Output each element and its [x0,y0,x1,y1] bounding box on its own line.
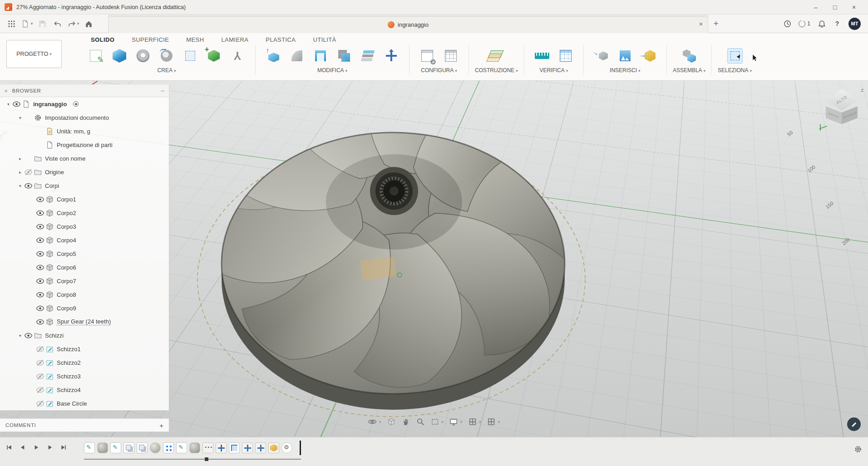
help-button[interactable]: ? [830,16,844,31]
tree-item-ingranaggio[interactable]: ▾ingranaggio [0,97,169,111]
ribbon-group-label[interactable]: VERIFICA▾ [539,67,568,74]
revolve-icon[interactable] [135,48,151,64]
timeline-item-move[interactable] [255,442,266,453]
new-tab-button[interactable]: + [709,16,723,31]
tree-expand-arrow[interactable]: ▸ [16,156,24,161]
bell-icon[interactable] [815,16,829,31]
visibility-eye-icon[interactable] [36,250,44,258]
minimize-button[interactable]: – [806,0,825,14]
close-tab-button[interactable]: × [699,20,703,28]
redo-button[interactable]: ▾ [66,16,80,31]
visibility-eye-off-icon[interactable] [36,358,44,367]
ribbon-group-label[interactable]: ASSEMBLA▾ [673,67,705,74]
visibility-eye-icon[interactable] [36,318,44,326]
minimize-panel-icon[interactable]: – [161,87,164,94]
tree-expand-arrow[interactable]: ▾ [16,115,24,120]
look-at-button[interactable] [387,417,395,426]
tree-item-corpo9[interactable]: Corpo9 [0,301,169,315]
visibility-eye-icon[interactable] [36,277,44,285]
activate-document-radio[interactable] [73,101,79,107]
grid-settings-button[interactable]: ▾ [468,417,481,426]
view-cube[interactable]: ALTO SINISTRA ANTERIORE Z [822,88,862,130]
visibility-eye-icon[interactable] [36,195,44,204]
interference-icon[interactable] [558,48,573,64]
canvas-icon[interactable] [617,48,633,64]
comments-panel[interactable]: COMMENTI + [0,418,169,432]
file-menu-button[interactable]: ▾ [20,16,34,31]
import-mesh-icon[interactable] [641,48,656,64]
timeline-item-dots[interactable] [202,442,213,453]
job-status-button[interactable] [780,16,794,31]
move-icon[interactable] [384,48,399,64]
step-forward-button[interactable] [44,442,55,454]
visibility-eye-icon[interactable] [36,290,44,299]
timeline-item-sketch[interactable] [110,442,121,453]
shell-icon[interactable] [313,48,328,64]
tree-item-impostazioni-documento[interactable]: ▾Impostazioni documento [0,111,169,124]
undo-button[interactable] [51,16,64,31]
tree-item-schizzi[interactable]: ▾Schizzi [0,329,169,342]
visibility-eye-off-icon[interactable] [36,386,44,394]
timeline-item-move[interactable] [216,442,227,453]
new-component-icon[interactable] [681,48,697,64]
tree-item-viste-con-nome[interactable]: ▸Viste con nome [0,152,169,165]
ribbon-group-label[interactable]: INSERISCI▾ [610,67,641,74]
go-to-start-button[interactable] [4,442,15,454]
configure-icon[interactable] [419,48,435,64]
combine-icon[interactable] [336,48,352,64]
tree-item-schizzo2[interactable]: Schizzo2 [0,356,169,369]
display-settings-button[interactable]: ▾ [449,417,463,426]
tab-lamiera[interactable]: LAMIERA [221,36,248,43]
visibility-eye-icon[interactable] [24,181,33,190]
press-pull-icon[interactable] [266,48,281,64]
app-grid-button[interactable] [5,16,18,31]
timeline-settings-button[interactable] [853,445,863,455]
document-tab[interactable]: ingranaggio [108,16,708,33]
tab-plastica[interactable]: PLASTICA [266,36,296,43]
visibility-eye-off-icon[interactable] [36,399,44,408]
tree-item-corpo4[interactable]: Corpo4 [0,233,169,247]
timeline-scrubber[interactable] [84,459,301,460]
timeline-item-derive[interactable] [137,442,148,453]
timeline-item-derive[interactable] [123,442,134,453]
tree-item-origine[interactable]: ▸Origine [0,165,169,179]
assistant-button[interactable] [847,417,861,431]
select-window-icon[interactable] [727,48,743,64]
step-back-button[interactable] [17,442,28,454]
timeline-item-sketch[interactable] [84,442,95,453]
timeline-item-pattern[interactable] [163,442,174,453]
pipe-icon[interactable] [230,48,245,64]
tab-mesh[interactable]: MESH [186,36,204,43]
visibility-eye-icon[interactable] [12,100,21,108]
timeline-item-extrude[interactable] [97,442,108,453]
maximize-button[interactable]: □ [825,0,844,14]
tab-superficie[interactable]: SUPERFICIE [132,36,169,43]
pan-button[interactable] [401,417,410,426]
go-to-end-button[interactable] [58,442,69,454]
impeller-model[interactable] [186,113,622,422]
tree-expand-arrow[interactable]: ▾ [16,333,24,338]
save-button[interactable] [35,16,49,31]
tree-item-schizzo3[interactable]: Schizzo3 [0,369,169,383]
tree-item-corpo8[interactable]: Corpo8 [0,288,169,301]
tree-item-corpo5[interactable]: Corpo5 [0,247,169,260]
visibility-eye-icon[interactable] [36,304,44,313]
ribbon-group-label[interactable]: COSTRUZIONE▾ [475,67,518,74]
impeller-blades[interactable] [186,113,599,395]
timeline-item-form[interactable] [150,442,161,453]
tab-solido[interactable]: SOLIDO [91,36,114,43]
timeline-item-component[interactable] [268,442,279,453]
close-button[interactable]: × [844,0,863,14]
add-comment-button[interactable]: + [159,422,163,429]
split-icon[interactable] [360,48,375,64]
visibility-eye-icon[interactable] [36,222,44,231]
timeline-item-move[interactable] [242,442,253,453]
ribbon-group-label[interactable]: CONFIGURA▾ [421,67,457,74]
visibility-eye-off-icon[interactable] [36,372,44,381]
timeline-item-align[interactable] [229,442,240,453]
visibility-eye-off-icon[interactable] [24,168,33,177]
timeline-scrubber-handle[interactable] [205,457,208,461]
viewports-button[interactable]: ▾ [487,417,500,426]
tree-item-corpo6[interactable]: Corpo6 [0,260,169,274]
home-button[interactable] [82,16,95,31]
